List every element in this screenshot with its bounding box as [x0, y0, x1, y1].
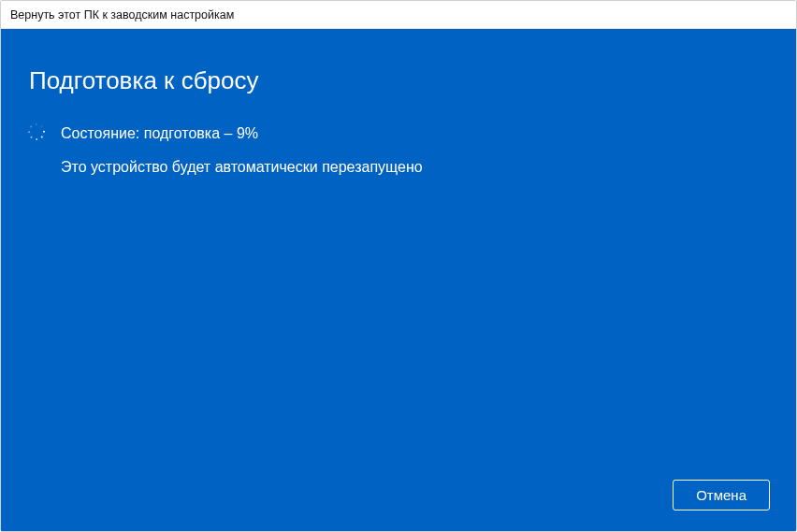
status-row: Состояние: подготовка – 9%: [29, 122, 768, 146]
titlebar: Вернуть этот ПК к заводским настройкам: [1, 1, 796, 29]
cancel-button[interactable]: Отмена: [673, 480, 770, 510]
sub-text: Это устройство будет автоматически перез…: [61, 155, 768, 180]
window-title: Вернуть этот ПК к заводским настройкам: [10, 8, 234, 22]
page-title: Подготовка к сбросу: [29, 66, 768, 95]
dialog-footer: Отмена: [673, 480, 770, 510]
dialog-content: Подготовка к сбросу Состояние: подготовк…: [1, 29, 796, 531]
status-text: Состояние: подготовка – 9%: [61, 122, 258, 146]
spinner-icon: [29, 124, 44, 139]
